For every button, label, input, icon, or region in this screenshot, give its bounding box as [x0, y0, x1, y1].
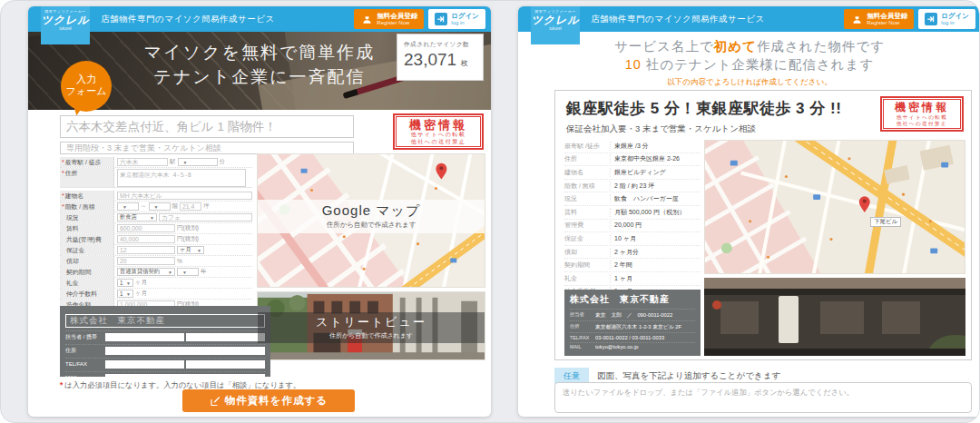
company-address-input[interactable]	[105, 347, 265, 355]
company-name-input[interactable]	[65, 314, 265, 328]
property-title-input[interactable]	[60, 115, 354, 138]
mobile-input[interactable]	[186, 333, 265, 341]
tel-input[interactable]	[105, 360, 184, 369]
map-overlay-sub: 住所から自動で作成されます	[258, 221, 485, 230]
login-button[interactable]: ログインlog in	[428, 9, 485, 29]
preview-page: 簡単マイソクメーカー ツクレル tukurel 店舗物件専門のマイソク簡易作成サ…	[518, 6, 980, 417]
detail-value: 東銀座 /3 分	[610, 142, 701, 151]
detail-value: 月額 500,000 円（税別）	[610, 208, 701, 217]
header-bar: 簡単マイソクメーカー ツクレル tukurel 店舗物件専門のマイソク簡易作成サ…	[518, 6, 980, 32]
station-input[interactable]	[117, 158, 168, 166]
map-graphic	[705, 141, 965, 273]
register-person-icon	[850, 13, 863, 25]
maisoku-counter: 作成されたマイソク数 23,071 枚	[397, 34, 484, 81]
street-view-preview: ストリートビュー 住所から自動で作成されます	[257, 291, 485, 360]
detail-row: 階数 / 面積 2 階 / 約 23 坪	[564, 180, 701, 193]
street-view-overlay-title: ストリートビュー	[258, 314, 485, 330]
detail-row: 管理費 20,000 円	[564, 220, 701, 233]
brand-logo[interactable]: 簡単マイソクメーカー ツクレル tukurel	[41, 6, 90, 44]
detail-row: 賃料 月額 500,000 円（税別）	[564, 206, 701, 220]
detail-row: 建物名 銀座ビルディング	[564, 166, 701, 180]
detail-value: 銀座ビルディング	[610, 168, 701, 177]
amortization-input[interactable]	[117, 257, 175, 265]
stamp-title: 機密情報	[395, 118, 482, 132]
login-label: ログイン	[451, 12, 479, 20]
deposit-unit-select[interactable]: ヶ月	[177, 246, 204, 254]
row-amortization: 償却 %	[60, 256, 252, 267]
deposit-input[interactable]	[117, 246, 175, 254]
floor-to-select[interactable]	[149, 202, 171, 211]
detail-row: 礼金 1 ヶ月	[564, 272, 701, 286]
building-name-input[interactable]	[117, 192, 252, 200]
preview-title: 銀座駅徒歩 5 分！東銀座駅徒歩 3 分 !!	[566, 98, 841, 119]
company-row: 住所 東京都港区六本木 1-2-3 東京ビル 2F	[570, 320, 695, 332]
management-fee-input[interactable]	[117, 235, 175, 243]
company-name: 株式会社 東京不動産	[570, 293, 695, 309]
company-row-telfax: TEL/FAX	[65, 358, 265, 369]
company-row: 担当者 東京 太郎 ／ 090-0011-0022	[570, 309, 695, 320]
login-button[interactable]: ログインlog in	[918, 9, 975, 29]
row-floor-area: *階数 / 面積 ～階坪	[60, 202, 252, 212]
badge-line2: フォーム	[61, 85, 112, 97]
detail-value: 飲食 ハンバーガー屋	[610, 194, 701, 203]
map-overlay: Google マップ 住所から自動で作成されます	[258, 200, 485, 233]
company-row-label: TEL/FAX	[570, 335, 593, 340]
contract-years-select[interactable]	[177, 268, 199, 276]
detail-row: 最寄駅 /徒歩 東銀座 /3 分	[564, 140, 701, 153]
create-pencil-icon	[210, 396, 220, 407]
detail-row: 住所 東京都中央区銀座 2-26	[564, 153, 701, 167]
screenshot-canvas: 簡単マイソクメーカー ツクレル tukurel 店舗物件専門のマイソク簡易作成サ…	[0, 0, 980, 423]
register-button[interactable]: 無料会員登録Register Now	[844, 9, 914, 29]
brand-logo[interactable]: 簡単マイソクメーカー ツクレル tukurel	[531, 6, 580, 44]
company-row-contact: 担当者 / 携帯	[65, 330, 265, 342]
confidential-stamp: 機密情報 他サイトへの転載 他社への送付禁止	[393, 113, 484, 150]
company-row-label: 住所	[570, 323, 593, 331]
create-document-button[interactable]: 物件資料を作成する	[182, 389, 355, 412]
company-row: MAIL tokyo@tokyo.co.jp	[570, 342, 695, 351]
detail-value: 20,000 円	[610, 221, 701, 230]
badge-line1: 入力	[61, 74, 112, 85]
status-detail-input[interactable]	[159, 213, 252, 221]
row-station: *最寄駅 / 徒歩 駅分	[60, 157, 252, 168]
optional-text: 図面、写真を下記より追加することができます	[597, 370, 780, 382]
walk-minutes-select[interactable]	[178, 158, 218, 166]
stamp-line1: 他サイトへの転載	[395, 132, 482, 139]
intro-message: サービス名上で初めて作成された物件です 10 社のテナント企業様に配信されます …	[518, 32, 980, 88]
street-view-overlay: ストリートビュー 住所から自動で作成されます	[258, 312, 485, 343]
intro-line3: 以下の内容でよろしければ作成してください。	[518, 77, 980, 88]
company-row-address: 住所	[65, 344, 265, 356]
detail-row: 償却 2 ヶ月分	[564, 246, 701, 260]
status-select[interactable]: 飲食店	[117, 213, 157, 221]
register-button[interactable]: 無料会員登録Register Now	[354, 9, 424, 29]
contact-person-input[interactable]	[105, 333, 184, 341]
row-rent: 賃料 円(税別)	[60, 223, 252, 234]
property-subtitle-input[interactable]	[60, 142, 354, 154]
fax-input[interactable]	[186, 360, 265, 369]
key-money-select[interactable]: 1	[117, 279, 133, 287]
brokerage-select[interactable]: 1	[117, 290, 133, 298]
counter-label: 作成されたマイソク数	[404, 40, 476, 49]
service-tagline: 店舗物件専門のマイソク簡易作成サービス	[591, 6, 765, 32]
detail-label: 礼金	[564, 274, 610, 283]
detail-label: 償却	[564, 248, 610, 257]
detail-label: 階数 / 面積	[564, 182, 610, 191]
contract-type-select[interactable]: 普通賃貸借契約	[117, 268, 175, 276]
rent-input[interactable]	[117, 224, 175, 232]
stamp-line2: 他社への送付禁止	[395, 139, 482, 146]
address-textarea[interactable]: 東京都港区六本木 4-5-8	[117, 169, 246, 187]
detail-label: 現況	[564, 194, 610, 203]
detail-row: 契約期間 2 年間	[564, 259, 701, 272]
counter-unit: 枚	[461, 59, 468, 67]
company-row-value: 東京 太郎 ／ 090-0011-0022	[595, 311, 695, 320]
row-brokerage: 仲介手数料 1ヶ月	[60, 289, 252, 300]
intro-line1: サービス名上で初めて作成された物件です	[518, 38, 980, 56]
intro-line2: 10 社のテナント企業様に配信されます	[518, 56, 980, 74]
file-dropzone[interactable]: 送りたいファイルをドロップ、または「ファイル追加」ボタンから選んでください。	[554, 382, 972, 413]
area-input[interactable]	[180, 202, 201, 211]
map-pin-label: 下尾ビル	[870, 217, 901, 227]
row-status: 現況 飲食店	[60, 212, 252, 223]
logo-main-text: ツクレル	[41, 14, 90, 26]
floor-from-select[interactable]	[117, 202, 139, 211]
preview-subtitle: 保証会社加入要・3 末まで営業・スケルトン相談	[566, 123, 756, 135]
street-photo-graphic	[704, 278, 965, 356]
